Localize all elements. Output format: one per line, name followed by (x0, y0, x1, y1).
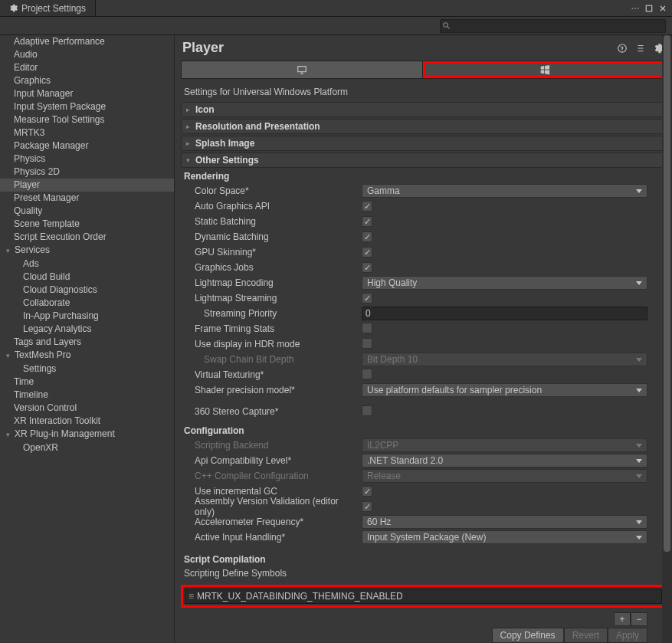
sidebar-item-script-execution-order[interactable]: Script Execution Order (0, 231, 174, 244)
label-auto-graphics: Auto Graphics API (181, 201, 359, 212)
sidebar-item-player[interactable]: Player (0, 179, 174, 192)
sidebar-item-collaborate[interactable]: Collaborate (0, 297, 174, 310)
checkbox-dynamic-batching[interactable] (362, 231, 372, 242)
sidebar-item-audio[interactable]: Audio (0, 48, 174, 61)
help-icon[interactable] (617, 43, 628, 54)
sidebar-item-xr-interaction-toolkit[interactable]: XR Interaction Toolkit (0, 415, 174, 428)
sidebar-item-in-app-purchasing[interactable]: In-App Purchasing (0, 310, 174, 323)
sidebar-item-openxr[interactable]: OpenXR (0, 441, 174, 454)
add-symbol-button[interactable]: + (614, 612, 631, 626)
sidebar-item-timeline[interactable]: Timeline (0, 389, 174, 402)
dropdown-color-space[interactable]: Gamma (362, 184, 647, 198)
window-tab[interactable]: Project Settings (0, 0, 96, 16)
svg-point-2 (638, 8, 639, 9)
settings-for-label: Settings for Universal Windows Platform (175, 84, 672, 100)
checkbox-virtual-texturing[interactable] (362, 369, 372, 379)
foldout-other[interactable]: Other Settings (181, 153, 666, 168)
revert-button[interactable]: Revert (564, 628, 608, 643)
sidebar-item-cloud-build[interactable]: Cloud Build (0, 271, 174, 284)
foldout-resolution[interactable]: Resolution and Presentation (181, 119, 666, 134)
sidebar-item-xr-plug-in-management[interactable]: XR Plug-in Management (0, 428, 174, 441)
checkbox-assembly-validation[interactable] (362, 501, 372, 512)
gear-icon (9, 4, 18, 12)
label-cpp-compiler: C++ Compiler Configuration (181, 471, 359, 481)
foldout-icon[interactable]: Icon (181, 102, 666, 117)
foldout-splash[interactable]: Splash Image (181, 136, 666, 151)
sidebar-item-package-manager[interactable]: Package Manager (0, 139, 174, 153)
label-shader-precision: Shader precision model* (181, 385, 359, 395)
sidebar-item-physics[interactable]: Physics (0, 153, 174, 166)
sidebar-item-services[interactable]: Services (0, 244, 174, 258)
scrollbar[interactable] (662, 35, 672, 643)
label-graphics-jobs: Graphics Jobs (181, 262, 359, 273)
svg-rect-6 (298, 67, 306, 72)
sidebar-item-mrtk3[interactable]: MRTK3 (0, 126, 174, 139)
sidebar-item-editor[interactable]: Editor (0, 61, 174, 74)
checkbox-auto-graphics[interactable] (362, 201, 372, 212)
label-virtual-texturing: Virtual Texturing* (181, 369, 359, 380)
sidebar-item-preset-manager[interactable]: Preset Manager (0, 192, 174, 205)
close-icon[interactable] (658, 4, 667, 13)
sidebar-item-version-control[interactable]: Version Control (0, 402, 174, 415)
input-streaming-priority[interactable] (362, 307, 647, 320)
tab-uwp[interactable] (423, 61, 666, 78)
sidebar-item-input-manager[interactable]: Input Manager (0, 87, 174, 100)
sidebar-item-time[interactable]: Time (0, 376, 174, 389)
label-gpu-skinning: GPU Skinning* (181, 247, 359, 258)
dropdown-accelerometer[interactable]: 60 Hz (362, 515, 647, 529)
sidebar-item-scene-template[interactable]: Scene Template (0, 218, 174, 231)
sidebar-item-physics-2d[interactable]: Physics 2D (0, 166, 174, 179)
checkbox-gpu-skinning[interactable] (362, 247, 372, 258)
drag-handle-icon[interactable]: ≡ (188, 591, 192, 602)
rendering-heading: Rendering (181, 169, 666, 183)
sidebar-item-legacy-analytics[interactable]: Legacy Analytics (0, 323, 174, 336)
checkbox-lightmap-streaming[interactable] (362, 293, 372, 303)
checkbox-graphics-jobs[interactable] (362, 262, 372, 273)
tab-standalone[interactable] (182, 61, 423, 78)
remove-symbol-button[interactable]: − (631, 612, 647, 626)
dropdown-scripting-backend: IL2CPP (362, 438, 647, 452)
svg-point-1 (634, 8, 636, 9)
svg-point-0 (632, 8, 634, 9)
sidebar-item-quality[interactable]: Quality (0, 205, 174, 218)
label-color-space: Color Space* (181, 185, 359, 196)
label-static-batching: Static Batching (181, 216, 359, 227)
sidebar-item-cloud-diagnostics[interactable]: Cloud Diagnostics (0, 284, 174, 297)
sidebar-item-textmesh-pro[interactable]: TextMesh Pro (0, 349, 174, 363)
svg-point-4 (444, 22, 448, 27)
dropdown-active-input[interactable]: Input System Package (New) (362, 530, 647, 544)
search-row (0, 17, 672, 35)
sidebar-item-input-system-package[interactable]: Input System Package (0, 100, 174, 113)
titlebar: Project Settings (0, 0, 672, 17)
label-frame-timing: Frame Timing Stats (181, 323, 359, 334)
dropdown-cpp-compiler: Release (362, 469, 647, 483)
checkbox-incremental-gc[interactable] (362, 486, 372, 497)
label-api-compat: Api Compatibility Level* (181, 455, 359, 466)
sidebar-item-adaptive-performance[interactable]: Adaptive Performance (0, 35, 174, 48)
preset-icon[interactable] (635, 43, 646, 54)
sidebar-item-graphics[interactable]: Graphics (0, 74, 174, 87)
checkbox-hdr-mode[interactable] (362, 338, 372, 349)
apply-button[interactable]: Apply (608, 628, 647, 643)
sidebar-item-measure-tool-settings[interactable]: Measure Tool Settings (0, 113, 174, 126)
configuration-heading: Configuration (181, 424, 666, 438)
dropdown-lightmap-encoding[interactable]: High Quality (362, 276, 647, 290)
maximize-icon[interactable] (644, 4, 654, 13)
search-input[interactable] (440, 19, 666, 33)
dropdown-api-compat[interactable]: .NET Standard 2.0 (362, 454, 647, 467)
platform-tabs (181, 61, 666, 79)
sidebar[interactable]: Adaptive PerformanceAudioEditorGraphicsI… (0, 35, 175, 643)
svg-rect-3 (646, 5, 652, 11)
label-assembly-validation: Assembly Version Validation (editor only… (181, 496, 359, 517)
sidebar-item-settings[interactable]: Settings (0, 363, 174, 376)
define-symbol-0: MRTK_UX_DATABINDING_THEMING_ENABLED (197, 591, 403, 602)
checkbox-static-batching[interactable] (362, 216, 372, 227)
sidebar-item-tags-and-layers[interactable]: Tags and Layers (0, 336, 174, 349)
define-symbol-row[interactable]: ≡ MRTK_UX_DATABINDING_THEMING_ENABLED (185, 589, 662, 604)
checkbox-360-stereo[interactable] (362, 405, 372, 416)
dropdown-shader-precision[interactable]: Use platform defaults for sampler precis… (362, 383, 647, 397)
checkbox-frame-timing[interactable] (362, 323, 372, 333)
copy-defines-button[interactable]: Copy Defines (492, 628, 564, 643)
dock-menu-icon[interactable] (631, 4, 640, 13)
sidebar-item-ads[interactable]: Ads (0, 258, 174, 271)
